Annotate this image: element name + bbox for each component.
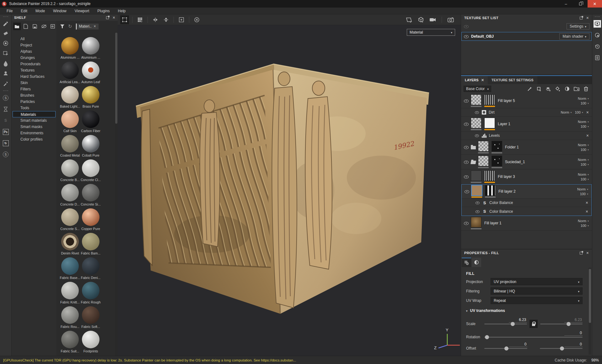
close-button[interactable]: ✕ [588, 0, 602, 8]
layer-row-layer-1[interactable]: Layer 1 Norm100 [461, 117, 592, 131]
offset-y-knob[interactable] [560, 346, 564, 351]
opacity-dropdown[interactable]: 100 [581, 125, 589, 128]
marquee-select-icon[interactable] [120, 15, 129, 24]
filter-funnel-icon[interactable] [60, 24, 64, 28]
shelf-category-all[interactable]: All [13, 36, 56, 42]
folder-view-icon[interactable] [13, 23, 21, 30]
toolbar-grip[interactable] [3, 16, 8, 17]
rotation-snap-icon[interactable] [192, 15, 201, 24]
effect-row-color-balance[interactable]: S Color Balance × [462, 199, 591, 207]
offset-x-slider[interactable]: 0 [484, 348, 527, 349]
material-item[interactable]: Concrete Cl... [80, 159, 101, 184]
channel-dropdown[interactable]: Base Color [464, 86, 491, 92]
layer-mask-thumbnail[interactable] [471, 94, 481, 105]
offset-y-value[interactable]: 0 [564, 342, 583, 347]
close-panel-icon[interactable]: × [586, 16, 589, 19]
scale-y-knob[interactable] [567, 322, 571, 326]
clear-filter-icon[interactable]: × [94, 25, 96, 28]
effect-blend-dropdown[interactable]: Norm [561, 110, 572, 114]
focus-frame-icon[interactable] [177, 15, 186, 24]
layer-row-fill-layer-1[interactable]: Fill layer 1 Norm100 [461, 216, 592, 231]
rotation-value[interactable]: 0 [564, 331, 583, 336]
offset-x-knob[interactable] [504, 346, 508, 351]
shelf-category-smart-masks[interactable]: Smart masks [13, 124, 56, 130]
menu-mode[interactable]: Mode [31, 9, 49, 13]
layer-content-thumbnail[interactable] [484, 94, 495, 105]
symmetry-y-icon[interactable] [162, 15, 170, 24]
folder-mask-thumbnail[interactable] [478, 141, 489, 152]
fill-material-thumbnail[interactable] [471, 217, 481, 228]
shelf-category-materials[interactable]: Materials [13, 111, 56, 117]
remove-effect-icon[interactable]: × [586, 111, 589, 114]
shelf-category-grunges[interactable]: Grunges [13, 55, 56, 61]
scale-x-value[interactable]: 6.23 [509, 318, 527, 323]
material-item[interactable]: Fabric Rough [80, 282, 101, 306]
layer-content-thumbnail[interactable] [485, 185, 496, 196]
scale-x-slider[interactable]: 6.23 [484, 324, 527, 324]
visibility-eye-icon[interactable] [475, 209, 480, 214]
visibility-eye-icon[interactable] [464, 174, 469, 179]
undock-panel-icon[interactable] [580, 17, 583, 19]
shelf-category-environments[interactable]: Environments [13, 130, 56, 136]
material-item[interactable]: Copper Pure [80, 208, 101, 233]
offset-y-slider[interactable]: 0 [540, 348, 583, 349]
open-folder-icon[interactable] [470, 161, 476, 164]
material-item[interactable]: Concrete B... [60, 159, 80, 184]
layer-mask-thumbnail[interactable] [471, 118, 481, 128]
display-settings-icon[interactable] [405, 15, 413, 24]
material-item[interactable]: Autumn Leaf [80, 62, 101, 86]
rotation-slider[interactable]: 0 [484, 337, 583, 338]
shelf-category-hard-surfaces[interactable]: Hard Surfaces [13, 73, 56, 80]
properties-scrollbar[interactable] [589, 268, 591, 355]
menu-help[interactable]: Help [114, 9, 130, 13]
camera-projection-icon[interactable] [417, 15, 425, 24]
shader-settings-panel-icon[interactable] [594, 31, 601, 39]
material-item[interactable]: Denim Rivet [60, 233, 80, 257]
symmetry-x-icon[interactable] [151, 15, 160, 24]
plugin-resources-updater-icon[interactable]: ↻ [2, 139, 9, 147]
material-item[interactable]: Fabric Suit... [60, 331, 80, 355]
visibility-eye-icon[interactable] [464, 221, 469, 226]
tab-layers[interactable]: LAYERS × [461, 76, 488, 84]
folder-icon[interactable] [471, 146, 476, 149]
fill-color-thumbnail[interactable] [471, 170, 481, 181]
scale-x-knob[interactable] [511, 322, 515, 326]
layer-row-fill-layer-5[interactable]: Fill layer 5 Norm100 [461, 94, 592, 108]
uv-tile-grid-icon[interactable] [136, 15, 144, 24]
material-item[interactable]: Baked Light... [60, 86, 80, 110]
folder-content-thumbnail[interactable] [492, 156, 502, 166]
texture-set-row[interactable]: Default_OBJ Main shader [461, 32, 592, 41]
delete-layer-trash-icon[interactable] [583, 85, 589, 92]
menu-file[interactable]: File [3, 9, 17, 13]
close-panel-icon[interactable]: × [113, 16, 115, 19]
toolbar-grip[interactable] [595, 16, 600, 17]
clone-tool-icon[interactable] [1, 69, 10, 78]
add-folder-icon[interactable] [573, 85, 580, 92]
add-layer-icon[interactable] [545, 85, 552, 92]
tab-fill-properties[interactable] [462, 258, 471, 267]
material-item[interactable]: Fabric Bam... [80, 233, 101, 257]
log-panel-icon[interactable] [594, 54, 601, 62]
restore-button[interactable] [573, 0, 588, 8]
effect-opacity-dropdown[interactable]: 100 [575, 110, 583, 114]
opacity-dropdown[interactable]: 100 [581, 148, 589, 152]
tab-texture-set-settings[interactable]: TEXTURE SET SETTINGS [488, 76, 537, 84]
layer-row-fill-layer-2-selected[interactable]: Fill layer 2 Norm100 [462, 185, 591, 199]
sarcophagus-model[interactable]: 19922 Y X Z [118, 14, 461, 356]
shelf-category-brushes[interactable]: Brushes [13, 92, 56, 99]
import-resources-icon[interactable] [49, 23, 56, 30]
save-resource-icon[interactable] [31, 23, 39, 30]
paint-tool-icon[interactable] [1, 19, 10, 28]
offset-x-value[interactable]: 0 [509, 342, 527, 347]
menu-edit[interactable]: Edit [17, 9, 31, 13]
shelf-category-skin[interactable]: Skin [13, 80, 56, 86]
minimize-button[interactable]: – [559, 0, 573, 8]
new-resource-icon[interactable] [22, 23, 30, 30]
blend-mode-dropdown[interactable]: Norm [577, 187, 588, 191]
layer-content-thumbnail[interactable] [484, 118, 495, 128]
viewport-shader-dropdown[interactable]: Material [407, 29, 455, 36]
effect-row-color-balance[interactable]: S Color Balance × [462, 207, 591, 216]
shelf-category-tools[interactable]: Tools [13, 105, 56, 111]
material-item[interactable]: Aluminium ... [80, 37, 101, 62]
opacity-dropdown[interactable]: 100 [580, 192, 588, 196]
